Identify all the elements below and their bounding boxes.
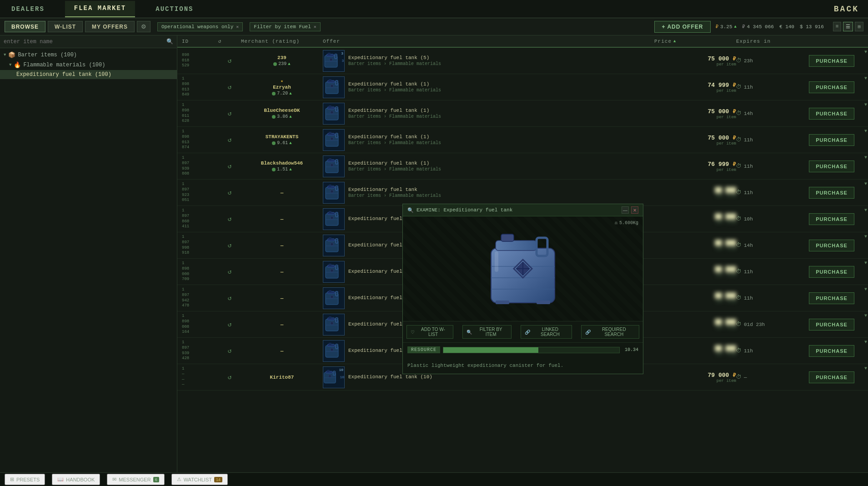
table-row[interactable]: 1897923051 ↺ — xyxy=(177,180,868,206)
offer-details: Expeditionary fuel tank (1) Barter items… xyxy=(348,160,441,172)
table-header: ID ↺ Merchant (rating) Offer Price ▲ Exp… xyxy=(177,35,868,48)
purchase-button[interactable]: PURCHASE xyxy=(809,160,854,172)
row-expand-icon[interactable]: ▼ xyxy=(864,50,867,55)
row-expand-icon[interactable]: ▼ xyxy=(864,366,867,371)
offer-details: Expeditionary fuel tank (1) Barter items… xyxy=(348,108,441,119)
row-refresh[interactable]: ↺ xyxy=(218,294,241,302)
linked-search-button[interactable]: 🔗 LINKED SEARCH xyxy=(521,325,572,339)
messenger-button[interactable]: ✉ MESSENGER 6 xyxy=(107,474,164,485)
purchase-button[interactable]: PURCHASE xyxy=(809,240,854,251)
merchant-col: ★ Ezryah 7.20▲ xyxy=(241,78,323,96)
modal-close-button[interactable]: ✕ xyxy=(631,206,638,214)
table-row[interactable]: 1898011628 ↺ BlueCheeseDK 3.86▲ xyxy=(177,100,868,127)
row-expand-icon[interactable]: ▼ xyxy=(864,155,867,160)
tab-browse[interactable]: BROWSE xyxy=(5,21,45,32)
filter-item-close[interactable]: ✕ xyxy=(314,24,316,30)
table-row[interactable]: 898018529 ↺ 239 239▲ 3 3 xyxy=(177,48,868,74)
price-value: 76 999 ₽ xyxy=(654,160,736,168)
col-price[interactable]: Price ▲ xyxy=(654,38,736,44)
purchase-button[interactable]: PURCHASE xyxy=(809,266,854,278)
row-refresh[interactable]: ↺ xyxy=(218,268,241,276)
row-expand-icon[interactable]: ▼ xyxy=(864,181,867,186)
row-refresh[interactable]: ↺ xyxy=(218,373,241,381)
presets-button[interactable]: ⊞ PRESETS xyxy=(5,474,45,485)
view-detail-icon[interactable]: ☰ xyxy=(843,22,853,31)
row-expand-icon[interactable]: ▼ xyxy=(864,313,867,318)
offer-category: Barter items › Flammable materials xyxy=(348,140,441,145)
watchlist-button[interactable]: ⚠ WATCHLIST 14 xyxy=(171,474,228,485)
tree-flammable[interactable]: ▼ 🔥 Flammable materials (100) xyxy=(0,60,177,70)
nav-dealers[interactable]: DEALERS xyxy=(9,1,47,17)
svg-rect-44 xyxy=(329,237,331,239)
required-search-button[interactable]: 🔗 REQUIRED SEARCH xyxy=(581,325,639,339)
expires-value: 11h xyxy=(744,296,753,301)
row-expand-icon[interactable]: ▼ xyxy=(864,76,867,81)
row-refresh[interactable]: ↺ xyxy=(218,162,241,170)
view-grid-icon[interactable]: ⊞ xyxy=(855,22,863,31)
col-id[interactable]: ID xyxy=(182,38,218,44)
col-merchant[interactable]: Merchant (rating) xyxy=(241,38,323,44)
col-offer[interactable]: Offer xyxy=(323,38,654,44)
filter-by-item-button[interactable]: 🔍 FILTER BY ITEM xyxy=(462,325,512,339)
add-offer-button[interactable]: + ADD OFFER xyxy=(654,21,711,33)
expires-col: ⏱ 11h xyxy=(736,189,809,196)
view-list-icon[interactable]: ≡ xyxy=(833,22,842,31)
add-to-wlist-button[interactable]: ♡ ADD TO W-LIST xyxy=(406,325,453,339)
gear-button[interactable]: ⚙ xyxy=(137,21,151,32)
tree-fuel-tank[interactable]: Expeditionary fuel tank (100) xyxy=(0,70,177,79)
row-refresh[interactable]: ↺ xyxy=(218,215,241,223)
tree-barter-items[interactable]: ▼ 📦 Barter items (100) xyxy=(0,50,177,60)
row-refresh[interactable]: ↺ xyxy=(218,57,241,65)
nav-flea-market[interactable]: FLEA MARKET xyxy=(65,1,135,17)
purchase-button[interactable]: PURCHASE xyxy=(809,319,854,331)
modal-controls: — ✕ xyxy=(622,206,638,214)
modal-minimize-button[interactable]: — xyxy=(622,206,629,214)
row-expand-icon[interactable]: ▼ xyxy=(864,102,867,107)
purchase-button[interactable]: PURCHASE xyxy=(809,345,854,357)
purchase-button[interactable]: PURCHASE xyxy=(809,292,854,304)
row-expand-icon[interactable]: ▼ xyxy=(864,261,867,266)
nav-auctions[interactable]: AUCTIONS xyxy=(153,1,196,17)
row-refresh[interactable]: ↺ xyxy=(218,321,241,328)
row-expand-icon[interactable]: ▼ xyxy=(864,129,867,134)
search-input[interactable] xyxy=(4,39,166,45)
row-refresh[interactable]: ↺ xyxy=(218,347,241,355)
purchase-button[interactable]: PURCHASE xyxy=(809,108,854,120)
row-expand-icon[interactable]: ▼ xyxy=(864,340,867,345)
row-refresh[interactable]: ↺ xyxy=(218,83,241,91)
price-per: per item xyxy=(654,168,736,172)
svg-rect-56 xyxy=(329,290,331,292)
purchase-button[interactable]: PURCHASE xyxy=(809,371,854,383)
row-expand-icon[interactable]: ▼ xyxy=(864,208,867,213)
row-refresh[interactable]: ↺ xyxy=(218,136,241,144)
search-icon[interactable]: 🔍 xyxy=(166,38,173,45)
row-refresh[interactable]: ↺ xyxy=(218,189,241,196)
row-expand-icon[interactable]: ▼ xyxy=(864,287,867,292)
purchase-button[interactable]: PURCHASE xyxy=(809,81,854,93)
table-row[interactable]: 1898013849 ↺ ★ Ezryah 7.20▲ xyxy=(177,74,868,100)
purchase-button[interactable]: PURCHASE xyxy=(809,134,854,146)
table-row[interactable]: 1898013874 ↺ STRAYAKENTS 9.61▲ xyxy=(177,127,868,153)
row-id: 1——— xyxy=(182,366,218,388)
table-row[interactable]: 1897939808 ↺ Blackshadow546 1.51▲ xyxy=(177,153,868,180)
price-per: per item xyxy=(654,115,736,120)
col-expires[interactable]: Expires in xyxy=(736,38,809,44)
merchant-col: STRAYAKENTS 9.61▲ xyxy=(241,134,323,145)
merchant-col: — xyxy=(241,269,323,275)
price-per: per item xyxy=(654,246,736,251)
tab-wlist[interactable]: W-LIST xyxy=(48,21,83,32)
modal-image-area: ⚖ 5.600Kg xyxy=(403,216,643,321)
purchase-button[interactable]: PURCHASE xyxy=(809,213,854,225)
weight-badge: ⚖ 5.600Kg xyxy=(615,220,638,225)
row-refresh[interactable]: ↺ xyxy=(218,110,241,117)
row-refresh[interactable]: ↺ xyxy=(218,241,241,249)
purchase-button[interactable]: PURCHASE xyxy=(809,55,854,67)
row-expand-icon[interactable]: ▼ xyxy=(864,234,867,239)
tab-my-offers[interactable]: MY OFFERS xyxy=(85,21,135,32)
back-button[interactable]: BACK xyxy=(834,5,859,14)
filter-ops-close[interactable]: ✕ xyxy=(236,24,239,30)
handbook-button[interactable]: 📖 HANDBOOK xyxy=(52,474,100,485)
purchase-button[interactable]: PURCHASE xyxy=(809,187,854,199)
col-refresh[interactable]: ↺ xyxy=(218,38,241,44)
price-col: ██ ███ per item xyxy=(654,345,736,356)
